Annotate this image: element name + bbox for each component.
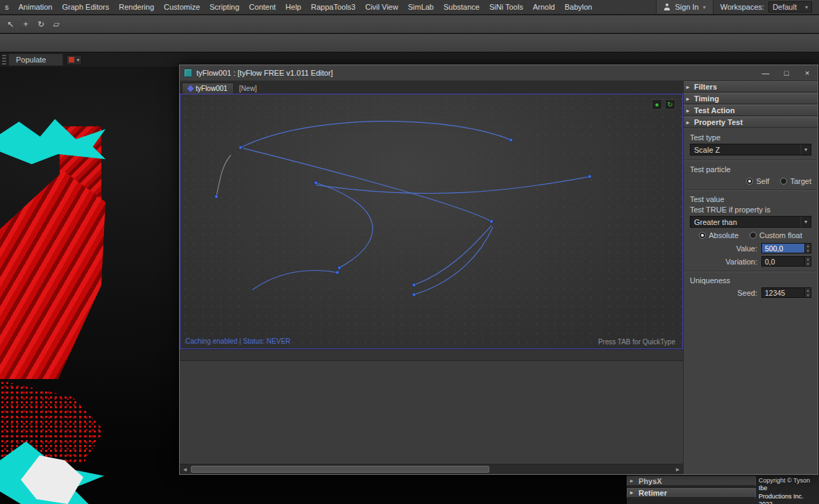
menu-item-graph-editors[interactable]: Graph Editors — [57, 0, 114, 15]
variation-spinner[interactable]: 0,0 ▴ ▾ — [761, 256, 811, 267]
self-radio[interactable]: Self — [746, 177, 769, 185]
rollout-label: PhysX — [639, 477, 662, 485]
divider — [684, 190, 818, 191]
spinner-arrows[interactable]: ▴ ▾ — [804, 244, 811, 253]
select-object-icon[interactable]: ↖ — [3, 17, 18, 32]
menu-item-arnold[interactable]: Arnold — [528, 0, 560, 15]
menubar-items: sAnimationGraph EditorsRenderingCustomiz… — [0, 0, 597, 14]
select-and-rotate-icon[interactable]: ↻ — [33, 17, 49, 32]
value-spinner[interactable]: 500,0 ▴ ▾ — [761, 243, 811, 253]
expand-arrow-icon: ▸ — [630, 476, 633, 485]
menu-item-animation[interactable]: Animation — [14, 0, 58, 15]
window-body: tyFlow001 [New] — [180, 81, 818, 474]
select-and-scale-icon[interactable]: ▱ — [49, 17, 64, 32]
section-property-test[interactable]: ▸ Property Test — [684, 117, 818, 128]
absolute-radio-label: Absolute — [709, 231, 738, 240]
maximize-button[interactable]: □ — [776, 65, 797, 81]
custom-float-radio-label: Custom float — [759, 231, 802, 240]
menu-item-help[interactable]: Help — [280, 0, 306, 15]
tab-label: tyFlow001 — [196, 85, 228, 92]
section-label: Test Action — [694, 106, 735, 115]
chevron-down-icon: ▾ — [76, 57, 79, 63]
test-particle-label: Test particle — [690, 165, 811, 174]
node-canvas[interactable]: ● ↻ Caching enabled | Status: NEVER Pres… — [180, 94, 683, 349]
toolbar-grip[interactable] — [2, 55, 6, 65]
condition-dropdown[interactable]: Greater than ▾ — [690, 216, 811, 228]
record-icon — [69, 57, 74, 62]
test-particle-radios: Self Target — [690, 177, 811, 185]
test-value-label: Test value — [690, 195, 811, 203]
workspace-dropdown[interactable]: Default ▾ — [768, 1, 812, 12]
spinner-arrows[interactable]: ▴ ▾ — [804, 288, 811, 297]
test-type-dropdown[interactable]: Scale Z ▾ — [690, 144, 811, 156]
window-titlebar[interactable]: tyFlow001 : [tyFlow FREE v1.011 Editor] … — [180, 65, 818, 81]
spin-up-icon[interactable]: ▴ — [805, 288, 811, 293]
flow-editor: tyFlow001 [New] — [180, 81, 684, 474]
particles-toggle-button[interactable]: ● — [652, 99, 662, 110]
menu-item-substance[interactable]: Substance — [439, 0, 484, 15]
scroll-right-icon[interactable]: ► — [673, 467, 683, 473]
rollout-list: ▸ PhysX ▸ Retimer — [627, 475, 756, 504]
horizontal-scrollbar[interactable]: ◄ ► — [180, 464, 683, 474]
minimize-button[interactable]: — — [755, 65, 776, 81]
spin-up-icon[interactable]: ▴ — [805, 244, 811, 249]
expand-arrow-icon: ▸ — [686, 94, 689, 104]
menubar-right: Sign In ▾ Workspaces: Default ▾ — [656, 0, 819, 14]
section-label: Filters — [694, 83, 717, 91]
test-type-label: Test type — [690, 133, 811, 142]
section-test-action[interactable]: ▸ Test Action — [684, 105, 818, 116]
seed-spinner[interactable]: 12345 ▴ ▾ — [761, 287, 811, 298]
test-true-label: Test TRUE if property is — [690, 205, 811, 214]
connection-curves — [180, 94, 682, 348]
menu-item-civil-view[interactable]: Civil View — [360, 0, 403, 15]
copyright-text: Copyright © Tyson Ibe Productions Inc. 2… — [756, 475, 819, 504]
seed-label: Seed: — [737, 289, 757, 297]
chevron-down-icon: ▾ — [800, 144, 811, 155]
window-title: tyFlow001 : [tyFlow FREE v1.011 Editor] — [196, 69, 333, 77]
sign-in-button[interactable]: Sign In ▾ — [656, 0, 712, 14]
canvas-buttons: ● ↻ — [652, 99, 675, 110]
expand-arrow-icon: ▸ — [686, 117, 689, 128]
section-label: Timing — [694, 94, 719, 103]
radio-circle-icon — [699, 232, 706, 239]
scene-red-blocks — [0, 171, 105, 379]
flow-tabstrip: tyFlow001 [New] — [180, 81, 683, 94]
populate-tab[interactable]: Populate — [8, 53, 63, 66]
spin-down-icon[interactable]: ▾ — [805, 249, 811, 253]
section-filters[interactable]: ▸ Filters — [684, 81, 818, 92]
copyright-line: Productions Inc. 2022 — [759, 493, 819, 504]
custom-float-radio[interactable]: Custom float — [750, 231, 802, 240]
menu-item-scripting[interactable]: Scripting — [205, 0, 244, 15]
value-field[interactable]: 500,0 — [762, 244, 804, 253]
menu-item-rappatools3[interactable]: RappaTools3 — [306, 0, 360, 15]
populate-tab-label: Populate — [16, 56, 46, 64]
close-button[interactable]: × — [797, 65, 818, 81]
menu-item-babylon[interactable]: Babylon — [559, 0, 597, 15]
tab-tyflow001[interactable]: tyFlow001 — [182, 83, 234, 94]
absolute-radio[interactable]: Absolute — [699, 231, 738, 240]
scrollbar-thumb[interactable] — [191, 466, 489, 473]
spinner-arrows[interactable]: ▴ ▾ — [804, 257, 811, 266]
tab-new[interactable]: [New] — [239, 85, 257, 94]
menu-item-sini-tools[interactable]: SiNi Tools — [484, 0, 528, 15]
seed-field[interactable]: 12345 — [762, 288, 804, 297]
select-and-move-icon[interactable]: + — [18, 17, 33, 32]
record-box[interactable]: ▾ — [66, 55, 82, 65]
scroll-left-icon[interactable]: ◄ — [180, 467, 190, 473]
menu-item-customize[interactable]: Customize — [159, 0, 205, 15]
rollout-retimer[interactable]: ▸ Retimer — [627, 488, 756, 498]
rollout-physx[interactable]: ▸ PhysX — [627, 476, 756, 486]
refresh-button[interactable]: ↻ — [665, 99, 675, 110]
target-radio[interactable]: Target — [780, 177, 811, 185]
menu-item-s[interactable]: s — [0, 0, 14, 15]
menu-item-rendering[interactable]: Rendering — [114, 0, 159, 15]
menu-item-content[interactable]: Content — [244, 0, 281, 15]
spin-down-icon[interactable]: ▾ — [805, 262, 811, 267]
spin-up-icon[interactable]: ▴ — [805, 257, 811, 262]
section-timing[interactable]: ▸ Timing — [684, 93, 818, 104]
rollout-label: Retimer — [639, 489, 667, 497]
workspace-value: Default — [772, 3, 797, 11]
menu-item-simlab[interactable]: SimLab — [403, 0, 439, 15]
spin-down-icon[interactable]: ▾ — [805, 293, 811, 298]
variation-field[interactable]: 0,0 — [762, 257, 804, 266]
